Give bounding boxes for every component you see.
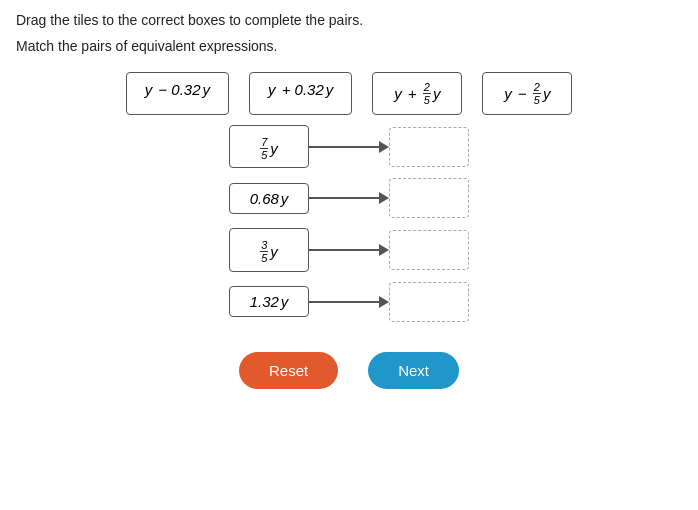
target-box-3[interactable] — [389, 230, 469, 270]
tile-y-minus-032y[interactable]: y − 0.32y — [126, 72, 229, 115]
tiles-row: y − 0.32y y + 0.32y y + 25y y − 25y — [0, 72, 698, 115]
matching-area: 75y 0.68y 35y — [0, 125, 698, 321]
arrowhead-3 — [379, 244, 389, 256]
line-4 — [309, 301, 379, 303]
match-row-1: 75y — [229, 125, 469, 168]
match-row-2: 0.68y — [229, 178, 469, 218]
source-box-1: 75y — [229, 125, 309, 168]
line-1 — [309, 146, 379, 148]
arrowhead-4 — [379, 296, 389, 308]
tile-y-plus-2over5y[interactable]: y + 25y — [372, 72, 462, 115]
match-row-4: 1.32y — [229, 282, 469, 322]
buttons-row: Reset Next — [0, 352, 698, 389]
reset-button[interactable]: Reset — [239, 352, 338, 389]
arrow-2 — [309, 192, 389, 204]
arrow-4 — [309, 296, 389, 308]
instruction-line2: Match the pairs of equivalent expression… — [16, 38, 682, 54]
arrow-1 — [309, 141, 389, 153]
instruction-line1: Drag the tiles to the correct boxes to c… — [16, 12, 682, 28]
source-box-2: 0.68y — [229, 183, 309, 214]
tile-y-plus-032y[interactable]: y + 0.32y — [249, 72, 352, 115]
line-3 — [309, 249, 379, 251]
line-2 — [309, 197, 379, 199]
target-box-4[interactable] — [389, 282, 469, 322]
target-box-1[interactable] — [389, 127, 469, 167]
arrowhead-2 — [379, 192, 389, 204]
source-box-4: 1.32y — [229, 286, 309, 317]
target-box-2[interactable] — [389, 178, 469, 218]
instructions: Drag the tiles to the correct boxes to c… — [0, 0, 698, 54]
arrow-3 — [309, 244, 389, 256]
tile-y-minus-2over5y[interactable]: y − 25y — [482, 72, 572, 115]
next-button[interactable]: Next — [368, 352, 459, 389]
source-box-3: 35y — [229, 228, 309, 271]
match-row-3: 35y — [229, 228, 469, 271]
arrowhead-1 — [379, 141, 389, 153]
